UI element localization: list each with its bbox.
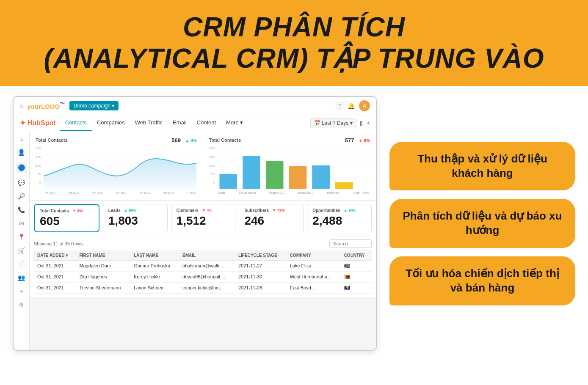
sidebar-cart[interactable]: 🛒 [18, 247, 25, 254]
stat-total-contacts: Total Contacts ▼ 4% 605 [34, 204, 99, 232]
svg-rect-10 [266, 161, 284, 189]
table-meta: Showing 11 of 35 Rows [34, 239, 372, 248]
callout-1: Thu thập và xử lý dữ liệu khách hàng [389, 142, 575, 191]
cell-date: Oct 31, 2021 [34, 282, 76, 293]
stat-subscribers-label: Subscribers [244, 208, 269, 213]
col-date-added[interactable]: DATE ADDED ▾ [34, 250, 76, 261]
sidebar-email[interactable]: ✉ [19, 220, 24, 227]
sidebar-phone[interactable]: 📞 [18, 206, 25, 213]
sidebar-users[interactable]: 👥 [18, 274, 25, 281]
sidebar-search[interactable]: 🔵 [16, 162, 27, 173]
cell-first: Trevion Stiedemann [76, 282, 130, 293]
bar-chart-box: Total Contacts 577 ▼ 9% 200150100500 [203, 131, 376, 200]
crm-inner: ⌂ 👤 🔵 💬 🔎 📞 ✉ 📍 🛒 📄 👥 ≡ ⚙ [14, 131, 376, 350]
date-filter-button[interactable]: 📅 Last 7 Days ▾ [310, 118, 356, 128]
sidebar-chat[interactable]: 💬 [18, 179, 25, 186]
navbar-right: 📅 Last 7 Days ▾ ||| < [310, 118, 370, 128]
search-input[interactable] [329, 239, 372, 248]
callout-2-text: Phân tích dữ liệu và dự báo xu hướng [402, 209, 563, 238]
demo-campaign-button[interactable]: Demo campaign ▾ [69, 101, 119, 110]
sidebar-menu[interactable]: ≡ [19, 288, 23, 294]
line-chart-y-labels: 200150100500 [36, 146, 42, 189]
sidebar-settings[interactable]: ⚙ [19, 301, 24, 308]
line-chart-value: 569 [171, 137, 181, 143]
stat-customers: Customers ▼ 4% 1,512 [171, 204, 236, 232]
col-company[interactable]: COMPANY [287, 250, 341, 261]
col-country[interactable]: COUNTRY [341, 250, 372, 261]
nav-companies[interactable]: Companies [92, 115, 130, 131]
stat-opportunities-label: Opportunities [312, 208, 340, 213]
cell-last: Lavon Schoen [130, 282, 179, 293]
cell-country: 🇿🇼 [341, 271, 372, 282]
stat-subscribers-value: 246 [244, 214, 298, 228]
stat-customers-value: 1,512 [177, 214, 230, 228]
line-chart-svg [44, 146, 196, 189]
bar-chart-header: Total Contacts 577 ▼ 9% [209, 136, 370, 144]
svg-rect-12 [312, 165, 330, 189]
sidebar: ⌂ 👤 🔵 💬 🔎 📞 ✉ 📍 🛒 📄 👥 ≡ ⚙ [14, 131, 30, 350]
hubspot-logo: ✦ HubSpot [19, 118, 56, 128]
charts-row: Total Contacts 569 ▲ 8% 200150100500 [30, 131, 376, 201]
sidebar-docs[interactable]: 📄 [18, 261, 25, 267]
svg-rect-8 [219, 174, 237, 189]
col-lifecycle[interactable]: LIFECYCLE STAGE [235, 250, 287, 261]
col-first-name[interactable]: FIRST NAME [76, 250, 130, 261]
right-panel: Thu thập và xử lý dữ liệu khách hàng Phâ… [389, 96, 575, 351]
bell-icon[interactable]: 🔔 [348, 102, 355, 109]
sidebar-contacts[interactable]: 👤 [18, 149, 25, 156]
main-content: ⌂ yourLOGO™ Demo campaign ▾ ? 🔔 A ✦ HubS… [0, 86, 588, 361]
callout-1-text: Thu thập và xử lý dữ liệu khách hàng [402, 152, 563, 181]
table-header-row: DATE ADDED ▾ FIRST NAME LAST NAME EMAIL … [34, 250, 372, 261]
stat-leads-label: Leads [108, 208, 121, 213]
table-area: Showing 11 of 35 Rows DATE ADDED ▾ FIRST… [30, 236, 376, 297]
table-row: Oct 31, 2021 Zita Hagenes Korey Hickle d… [34, 271, 372, 282]
line-chart-x-labels: 25 Nov26 Nov27 Nov28 Nov29 Nov30 Nov1 De… [44, 191, 196, 195]
svg-rect-9 [243, 156, 260, 189]
cell-first: Magdalen Dare [76, 260, 130, 271]
cell-lifecycle: 2021-11-30 [235, 271, 287, 282]
chart-icon[interactable]: ||| [360, 120, 364, 126]
bar-chart-title: Total Contacts [209, 138, 241, 143]
col-last-name[interactable]: LAST NAME [130, 250, 179, 261]
sidebar-location[interactable]: 📍 [18, 234, 25, 240]
sidebar-analytics[interactable]: 🔎 [18, 193, 25, 200]
home-nav-icon[interactable]: ⌂ [19, 102, 23, 109]
cell-email: deven05@hotmail.... [179, 271, 235, 282]
table-row: Oct 31, 2021 Trevion Stiedemann Lavon Sc… [34, 282, 372, 293]
header-banner: CRM PHÂN TÍCH (ANALYTICAL CRM) TẬP TRUNG… [0, 0, 588, 86]
svg-rect-13 [335, 182, 353, 189]
table-row: Oct 31, 2021 Magdalen Dare Gunnar Prohas… [34, 260, 372, 271]
nav-web-traffic[interactable]: Web Traffic [130, 115, 168, 131]
crm-screenshot: ⌂ yourLOGO™ Demo campaign ▾ ? 🔔 A ✦ HubS… [13, 96, 377, 351]
cell-email: bhalvorson@walk... [179, 260, 235, 271]
cell-last: Korey Hickle [130, 271, 179, 282]
stat-total-contacts-label: Total Contacts [40, 209, 69, 213]
cell-first: Zita Hagenes [76, 271, 130, 282]
stat-total-contacts-value: 605 [40, 215, 94, 228]
nav-email[interactable]: Email [168, 115, 192, 131]
sidebar-home[interactable]: ⌂ [19, 135, 23, 142]
cell-company: East Boyd... [287, 282, 341, 293]
line-chart-badge: ▲ 8% [185, 138, 196, 143]
cell-lifecycle: 2021-11-28 [235, 282, 287, 293]
col-email[interactable]: EMAIL [179, 250, 235, 261]
help-icon[interactable]: ? [336, 102, 343, 110]
cell-country: 🇿🇦 [341, 260, 372, 271]
bar-chart-svg [217, 146, 370, 189]
nav-contacts[interactable]: Contacts [60, 115, 92, 131]
bar-chart-y-labels: 200150100500 [209, 146, 215, 189]
stat-opportunities-value: 2,488 [312, 214, 366, 228]
navbar: ✦ HubSpot Contacts Companies Web Traffic… [14, 115, 376, 131]
nav-more[interactable]: More ▾ [221, 115, 248, 131]
bar-chart-x-labels: OtherSocial MediaOrganic S...Email Mar..… [217, 191, 370, 194]
nav-content[interactable]: Content [192, 115, 221, 131]
cell-country: 🇧🇦 [341, 282, 372, 293]
share-icon[interactable]: < [367, 120, 370, 126]
line-chart-header: Total Contacts 569 ▲ 8% [36, 136, 197, 144]
page-title: CRM PHÂN TÍCH (ANALYTICAL CRM) TẬP TRUNG… [17, 12, 571, 74]
topbar-right: ? 🔔 A [336, 100, 370, 111]
cell-date: Oct 31, 2021 [34, 260, 76, 271]
avatar[interactable]: A [359, 100, 370, 111]
logo: yourLOGO™ [27, 102, 65, 110]
topbar: ⌂ yourLOGO™ Demo campaign ▾ ? 🔔 A [14, 97, 376, 115]
